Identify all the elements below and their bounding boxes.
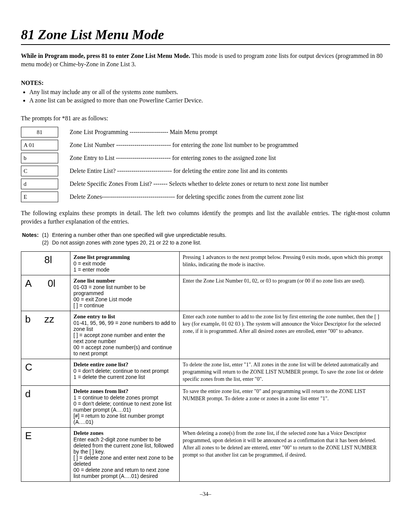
prompt-code: d: [21, 179, 58, 189]
explain-cell: Enter each zone number to add to the zon…: [180, 311, 390, 359]
note-item: Any list may include any or all of the s…: [29, 88, 390, 96]
entries-line: 00 = accept zone number(s) and continue …: [73, 344, 172, 356]
prompt-summary-table: 81 Zone List Programming ---------------…: [21, 125, 390, 204]
table-row: E Delete zones Enter each 2-digit zone n…: [21, 428, 390, 482]
entries-cell: Zone list number 01-03 = zone list numbe…: [70, 275, 180, 311]
table-row: A 01 Zone List Number ------------------…: [21, 140, 390, 150]
display-cell: d: [21, 386, 70, 428]
subnotes-label: Notes:: [22, 232, 41, 238]
entries-line: 1 = continue to delete zones prompt: [73, 395, 158, 401]
table-row: d Delete zones from list? 1 = continue t…: [21, 386, 390, 428]
entries-line: 00 = exit Zone List mode: [73, 296, 132, 302]
explain-cell: When deleting a zone(s) from the zone li…: [180, 428, 390, 482]
table-row: C Delete entire zone list? 0 = don't del…: [21, 359, 390, 386]
detail-table: 8l Zone list programming 0 = exit mode 1…: [21, 251, 390, 482]
display-cell: b zz: [21, 311, 70, 359]
subnotes-block: Notes: (1) Entering a number other than …: [21, 231, 229, 247]
entries-line: [ ] = delete zone and enter next zone to…: [73, 455, 174, 467]
entries-line: 01-41, 95, 96, 99 = zone numbers to add …: [73, 320, 176, 332]
table-row: b Zone Entry to List -------------------…: [21, 153, 390, 163]
explain-paragraph: The following explains these prompts in …: [21, 209, 390, 225]
entries-line: 0 = don't delete; continue to next promp…: [73, 368, 169, 374]
prompt-code: 81: [21, 127, 58, 137]
prompt-code: b: [21, 153, 58, 163]
prompt-desc: Delete Entire List? --------------------…: [58, 166, 390, 176]
prompt-desc: Zone List Programming ------------------…: [58, 127, 390, 137]
display-cell: E: [21, 428, 70, 482]
entries-line: 01-03 = zone list number to be programme…: [73, 284, 146, 296]
entries-cell: Zone list programming 0 = exit mode 1 = …: [70, 252, 180, 275]
entries-line: 1 = enter mode: [73, 267, 110, 273]
explain-cell: To delete the zone list, enter "1". All …: [180, 359, 390, 386]
entries-heading: Delete entire zone list?: [73, 361, 128, 367]
title-rule: [21, 44, 390, 45]
prompt-desc: Zone Entry to List ---------------------…: [58, 153, 390, 163]
table-row: E Delete Zones--------------------------…: [21, 192, 390, 202]
subnote-num: (2): [42, 239, 51, 246]
explain-cell: Enter the Zone List Number 01, 02, or 03…: [180, 275, 390, 311]
entries-cell: Zone entry to list 01-41, 95, 96, 99 = z…: [70, 311, 180, 359]
notes-list: Any list may include any or all of the s…: [21, 88, 390, 105]
intro-bold: While in Program mode, press 81 to enter…: [21, 53, 190, 59]
page-number: –34–: [21, 491, 390, 497]
entries-line: [#] = return to zone list number prompt …: [73, 413, 164, 425]
display-cell: 8l: [21, 252, 70, 275]
entries-heading: Zone entry to list: [73, 313, 115, 320]
entries-heading: Zone list programming: [73, 254, 130, 260]
page-title: 81 Zone List Menu Mode: [21, 27, 390, 43]
table-row: 8l Zone list programming 0 = exit mode 1…: [21, 252, 390, 275]
entries-cell: Delete entire zone list? 0 = don't delet…: [70, 359, 180, 386]
entries-cell: Delete zones from list? 1 = continue to …: [70, 386, 180, 428]
entries-line: 1 = delete the current zone list: [73, 374, 145, 380]
entries-heading: Delete zones from list?: [73, 388, 128, 394]
table-row: C Delete Entire List? ------------------…: [21, 166, 390, 176]
entries-line: 00 = delete zone and return to next zone…: [73, 467, 169, 479]
display-cell: A 0l: [21, 275, 70, 311]
subnote-num: (1): [42, 232, 51, 238]
table-row: A 0l Zone list number 01-03 = zone list …: [21, 275, 390, 311]
prompt-code: A 01: [21, 140, 58, 150]
explain-cell: To save the entire zone list, enter "0" …: [180, 386, 390, 428]
prompt-desc: Delete Zones----------------------------…: [58, 192, 390, 202]
entries-cell: Delete zones Enter each 2-digit zone num…: [70, 428, 180, 482]
intro-paragraph: While in Program mode, press 81 to enter…: [21, 52, 390, 68]
table-row: 81 Zone List Programming ---------------…: [21, 127, 390, 137]
entries-line: 0 = don't delete; continue to next zone …: [73, 401, 172, 413]
entries-line: Enter each 2-digit zone number to be del…: [73, 436, 174, 455]
entries-heading: Zone list number: [73, 278, 115, 284]
entries-line: [ ] = continue: [73, 302, 104, 308]
table-row: d Delete Specific Zones From List? -----…: [21, 179, 390, 189]
prompt-code: C: [21, 166, 58, 176]
prompt-code: E: [21, 192, 58, 202]
entries-line: [ ] = accept zone number and enter the n…: [73, 332, 165, 344]
note-item: A zone list can be assigned to more than…: [29, 96, 390, 105]
prompts-lead: The prompts for *81 are as follows:: [21, 114, 390, 123]
notes-heading: NOTES:: [21, 79, 390, 87]
subnote-text: Entering a number other than one specifi…: [52, 232, 229, 238]
prompt-desc: Zone List Number -----------------------…: [58, 140, 390, 150]
prompt-desc: Delete Specific Zones From List? -------…: [58, 179, 390, 189]
table-row: b zz Zone entry to list 01-41, 95, 96, 9…: [21, 311, 390, 359]
entries-line: 0 = exit mode: [73, 260, 105, 267]
subnote-text: Do not assign zones with zone types 20, …: [52, 239, 229, 246]
display-cell: C: [21, 359, 70, 386]
explain-cell: Pressing 1 advances to the next prompt b…: [180, 252, 390, 275]
entries-heading: Delete zones: [73, 430, 104, 436]
